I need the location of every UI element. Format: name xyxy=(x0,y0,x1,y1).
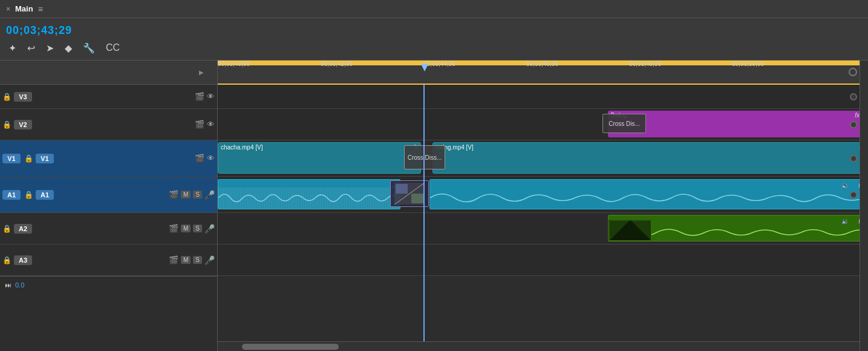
timecode-display: 00;03;43;29 xyxy=(6,24,103,37)
menu-icon[interactable]: ≡ xyxy=(38,4,43,14)
camera-a1[interactable]: 🎬 xyxy=(169,190,178,199)
track-header-v3: 🔒 V3 🎬 👁 xyxy=(0,85,217,109)
ruler-end-marker xyxy=(849,68,857,76)
v1-end-marker xyxy=(850,155,857,162)
solo-a1[interactable]: S xyxy=(193,191,202,198)
track-header-a2: 🔒 A2 🎬 M S 🎤 xyxy=(0,213,217,244)
ruler: 00;03;40;06 00;03;42;06 00;03;44;06 00;0… xyxy=(218,61,860,85)
transition-v2[interactable]: Cross Dis... xyxy=(602,114,646,133)
mic-a2[interactable]: 🎤 xyxy=(204,224,215,234)
transition-a1-icon xyxy=(394,183,425,205)
camera-v3[interactable]: 🎬 xyxy=(195,92,204,101)
tool-track-select[interactable]: ➤ xyxy=(44,41,56,55)
track-row-a2: 🔉 fx xyxy=(218,213,860,244)
track-header-a3: 🔒 A3 🎬 M S 🎤 xyxy=(0,244,217,276)
track-select-v1[interactable]: V1 xyxy=(2,154,21,163)
lock-a3[interactable]: 🔒 xyxy=(2,256,11,264)
playhead-triangle xyxy=(421,64,428,71)
transition-v1[interactable]: Cross Diss... xyxy=(404,145,445,169)
close-button[interactable]: × xyxy=(6,5,10,13)
tool-marker[interactable]: ◆ xyxy=(62,41,74,55)
lock-v2[interactable]: 🔒 xyxy=(2,120,11,129)
track-row-a1: 🔉 xyxy=(218,177,860,213)
waveform-a1-left xyxy=(218,188,400,209)
track-row-a3 xyxy=(218,244,860,276)
ruler-label-2: 00;03;42;06 xyxy=(321,61,353,67)
ruler-label-4: 00;03;46;06 xyxy=(526,61,558,67)
track-row-v3 xyxy=(218,85,860,109)
ruler-label-5: 00;03;48;06 xyxy=(629,61,661,67)
tool-wrench[interactable]: 🔧 xyxy=(80,41,97,55)
clip-swing-v2-fx: fx xyxy=(855,112,860,119)
track-label-v3[interactable]: V3 xyxy=(14,92,32,102)
eye-v1[interactable]: 👁 xyxy=(207,154,215,163)
eye-v3[interactable]: 👁 xyxy=(207,92,215,101)
scrollbar-thumb-h[interactable] xyxy=(242,344,339,350)
clip-a1-right[interactable]: 🔉 fx xyxy=(429,179,860,209)
v2-end-marker xyxy=(850,121,857,128)
tool-cc[interactable]: CC xyxy=(103,41,122,54)
mic-a3[interactable]: 🎤 xyxy=(204,255,215,265)
ruler-label-6: 00;03;50;06 xyxy=(732,61,764,67)
lock-a1[interactable]: 🔒 xyxy=(24,191,33,199)
v3-end-marker xyxy=(850,93,857,100)
camera-v2[interactable]: 🎬 xyxy=(195,120,204,129)
transition-v2-label: Cross Dis... xyxy=(609,120,640,127)
track-label-a3[interactable]: A3 xyxy=(14,255,32,265)
ruler-label-1: 00;03;40;06 xyxy=(218,61,250,67)
scrollbar-horizontal[interactable] xyxy=(218,341,860,351)
transition-v1-label: Cross Diss... xyxy=(408,154,442,161)
camera-v1[interactable]: 🎬 xyxy=(195,154,204,163)
mute-a3[interactable]: M xyxy=(181,256,191,264)
eye-v2[interactable]: 👁 xyxy=(207,120,215,129)
scrollbar-vertical[interactable] xyxy=(860,61,868,351)
lock-v3[interactable]: 🔒 xyxy=(2,93,11,101)
ruler-spacer: ▶ xyxy=(0,61,217,85)
track-header-v1: V1 🔒 V1 🎬 👁 xyxy=(0,140,217,177)
track-header-a1: A1 🔒 A1 🎬 M S 🎤 xyxy=(0,177,217,213)
track-rows: Swing fx Cross Dis... chacha.mp4 [V] fx xyxy=(218,85,860,341)
clip-chacha-label: chacha.mp4 [V] xyxy=(221,144,263,151)
track-label-v1[interactable]: V1 xyxy=(36,154,54,163)
a1-end-marker xyxy=(850,191,857,198)
camera-a3[interactable]: 🎬 xyxy=(169,255,178,264)
transition-a1[interactable] xyxy=(390,180,429,207)
solo-a3[interactable]: S xyxy=(193,256,202,264)
track-label-v2[interactable]: V2 xyxy=(14,120,32,130)
tracks-area: 00;03;40;06 00;03;42;06 00;03;44;06 00;0… xyxy=(218,61,860,351)
tool-ripple[interactable]: ↩ xyxy=(25,41,38,55)
solo-a2[interactable]: S xyxy=(193,225,202,232)
track-row-v2: Swing fx Cross Dis... xyxy=(218,109,860,140)
track-select-a1[interactable]: A1 xyxy=(2,190,21,200)
mute-a1[interactable]: M xyxy=(181,191,191,198)
clip-swing-v1[interactable]: swing.mp4 [V] fx xyxy=(432,142,860,174)
track-label-a2[interactable]: A2 xyxy=(14,224,32,234)
bottom-number: 0.0 xyxy=(15,281,24,289)
clip-a2-thumb-graphic xyxy=(609,220,651,241)
mic-a1[interactable]: 🎤 xyxy=(204,190,215,200)
top-bar: × Main ≡ xyxy=(0,0,868,18)
clip-chacha[interactable]: chacha.mp4 [V] fx xyxy=(218,142,421,174)
lock-v1[interactable]: 🔒 xyxy=(24,154,33,163)
svg-rect-1 xyxy=(396,184,408,194)
panel-title: Main xyxy=(15,4,33,13)
lock-a2[interactable]: 🔒 xyxy=(2,225,11,233)
skip-icon[interactable]: ⏭ xyxy=(5,281,11,289)
camera-a2[interactable]: 🎬 xyxy=(169,224,178,233)
waveform-a1-right xyxy=(430,188,860,209)
tool-selection[interactable]: ✦ xyxy=(6,41,19,55)
mute-a2[interactable]: M xyxy=(181,225,191,232)
clip-a2-thumbnail xyxy=(608,219,651,241)
clip-a1-left[interactable]: 🔉 xyxy=(218,179,400,209)
track-header-v2: 🔒 V2 🎬 👁 xyxy=(0,109,217,140)
track-label-a1[interactable]: A1 xyxy=(36,190,54,200)
track-row-v1: chacha.mp4 [V] fx swing.mp4 [V] fx Cross… xyxy=(218,140,860,177)
bottom-bar: ⏭ 0.0 xyxy=(0,276,217,293)
svg-rect-2 xyxy=(411,194,423,203)
